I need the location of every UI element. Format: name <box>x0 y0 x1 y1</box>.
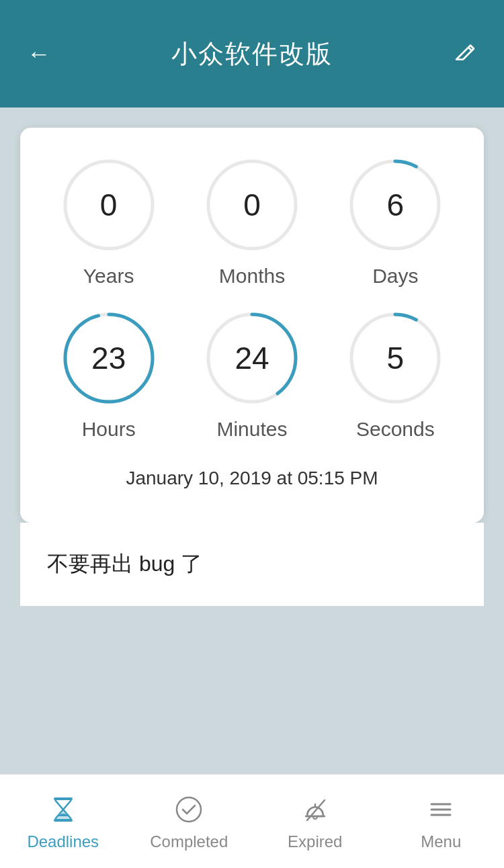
circle-wrapper-years: 0 <box>58 155 159 255</box>
bottom-nav: Deadlines Completed Expired <box>0 774 504 868</box>
circle-wrapper-minutes: 24 <box>202 308 302 408</box>
circle-label-years: Years <box>83 265 134 288</box>
circle-item-minutes: 24 Minutes <box>183 308 320 441</box>
nav-item-completed[interactable]: Completed <box>126 792 253 851</box>
circle-wrapper-days: 6 <box>345 155 446 255</box>
main-content: 0 Years 0 Months 6 Days <box>0 107 504 774</box>
svg-point-12 <box>177 797 201 822</box>
circle-item-seconds: 5 Seconds <box>327 308 464 441</box>
circle-label-days: Days <box>372 265 418 288</box>
page-title: 小众软件改版 <box>171 37 333 71</box>
circle-value-hours: 23 <box>91 340 126 376</box>
circle-label-months: Months <box>219 265 285 288</box>
nav-item-deadlines[interactable]: Deadlines <box>0 792 126 851</box>
circle-item-hours: 23 Hours <box>40 308 177 441</box>
expired-icon <box>298 792 333 827</box>
circle-value-days: 6 <box>387 187 405 223</box>
circle-label-minutes: Minutes <box>216 418 287 441</box>
circle-value-minutes: 24 <box>235 340 269 376</box>
svg-rect-11 <box>54 819 73 822</box>
circles-grid: 0 Years 0 Months 6 Days <box>40 155 464 441</box>
countdown-card: 0 Years 0 Months 6 Days <box>20 128 484 523</box>
nav-label-menu: Menu <box>421 832 461 851</box>
circle-wrapper-seconds: 5 <box>345 308 446 408</box>
nav-label-completed: Completed <box>150 832 228 851</box>
header: ← 小众软件改版 <box>0 0 504 107</box>
note-area: 不要再出 bug 了 <box>20 523 484 606</box>
circle-value-months: 0 <box>243 187 261 223</box>
menu-icon <box>423 792 458 827</box>
circle-wrapper-hours: 23 <box>58 308 159 408</box>
circle-value-seconds: 5 <box>387 340 405 376</box>
circle-label-seconds: Seconds <box>356 418 435 441</box>
circle-label-hours: Hours <box>82 418 136 441</box>
hourglass-icon <box>46 792 81 827</box>
circle-value-years: 0 <box>100 187 118 223</box>
datetime-text: January 10, 2019 at 05:15 PM <box>40 468 464 489</box>
check-circle-icon <box>171 792 206 827</box>
circle-item-years: 0 Years <box>40 155 177 288</box>
nav-item-expired[interactable]: Expired <box>252 792 378 851</box>
circle-item-days: 6 Days <box>327 155 464 288</box>
circle-item-months: 0 Months <box>183 155 320 288</box>
nav-label-deadlines: Deadlines <box>27 832 99 851</box>
back-button[interactable]: ← <box>27 40 51 68</box>
circle-wrapper-months: 0 <box>202 155 302 255</box>
svg-rect-10 <box>54 797 73 800</box>
nav-label-expired: Expired <box>288 832 342 851</box>
note-text: 不要再出 bug 了 <box>47 552 202 576</box>
nav-item-menu[interactable]: Menu <box>378 792 505 851</box>
edit-button[interactable] <box>453 39 477 69</box>
